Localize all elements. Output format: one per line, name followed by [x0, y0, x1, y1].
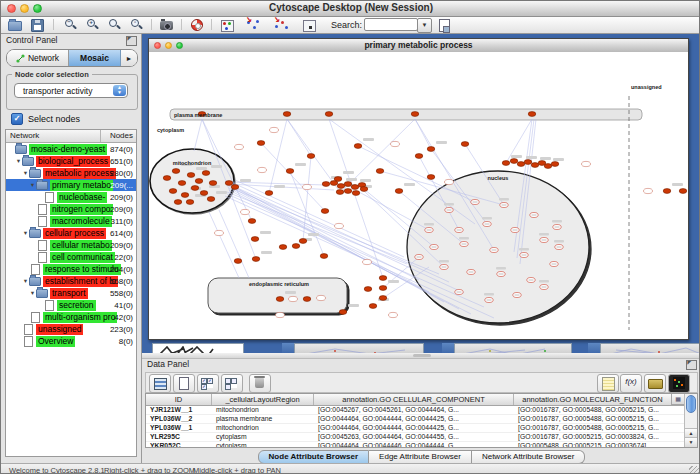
node[interactable]	[360, 187, 368, 192]
import-attributes-icon[interactable]	[644, 374, 666, 393]
node[interactable]	[663, 189, 671, 194]
node[interactable]	[337, 184, 345, 189]
tree-row[interactable]: ▼biological_process651(0)	[6, 155, 136, 167]
node[interactable]	[163, 176, 171, 181]
node[interactable]	[187, 173, 195, 178]
open-icon[interactable]	[7, 18, 23, 32]
select-attributes-icon[interactable]: ✓✓✓	[197, 374, 219, 393]
node[interactable]	[252, 257, 260, 262]
tree-item-label[interactable]: unassigned	[36, 324, 83, 335]
search-index-icon[interactable]	[437, 18, 453, 32]
node-label-oval[interactable]	[276, 312, 285, 317]
node[interactable]	[524, 160, 532, 165]
dropdown-stepper-icon[interactable]: ▲▼	[113, 85, 126, 96]
column-header[interactable]: ID	[146, 394, 212, 405]
node[interactable]	[172, 169, 180, 174]
tree-row[interactable]: ▼establishment of lo558(0)	[6, 275, 136, 287]
tree-item-label[interactable]: multi-organism pro	[43, 312, 117, 323]
zoom-in-icon[interactable]: +	[85, 18, 101, 32]
node[interactable]	[251, 237, 259, 242]
node-label-oval[interactable]	[363, 259, 372, 264]
tab-mosaic[interactable]: Mosaic	[69, 50, 121, 66]
table-row[interactable]: YPL036W__1mitochondrion[GO:0044464, GO:0…	[146, 424, 697, 433]
table-scrollbar[interactable]: ▲ ▼	[684, 394, 697, 447]
node-label-oval[interactable]	[391, 141, 400, 146]
node[interactable]	[336, 190, 344, 195]
node[interactable]	[364, 287, 372, 292]
node[interactable]	[283, 112, 291, 117]
node[interactable]	[321, 209, 329, 214]
first-neighbors-icon[interactable]: ↘	[245, 17, 261, 31]
attribute-table[interactable]: ID_cellularLayoutRegionannotation.GO CEL…	[145, 393, 698, 448]
tree-col-nodes[interactable]: Nodes	[101, 130, 136, 142]
table-row[interactable]: YLR295Ccytoplasm[GO:0045263, GO:0044464,…	[146, 433, 697, 442]
node[interactable]	[209, 181, 217, 186]
node[interactable]	[517, 162, 525, 167]
node[interactable]	[174, 200, 182, 205]
tree-row[interactable]: unassigned223(0)	[6, 323, 136, 335]
snapshot-icon[interactable]	[159, 18, 175, 32]
scrollbar-thumb[interactable]	[686, 395, 696, 413]
node[interactable]	[231, 185, 239, 190]
tree-row[interactable]: nitrogen compo209(0)	[6, 203, 136, 215]
node[interactable]	[339, 310, 347, 315]
node[interactable]	[344, 189, 352, 194]
tab-node-attribute-browser[interactable]: Node Attribute Browser	[258, 450, 370, 464]
node[interactable]	[427, 175, 435, 180]
tree-row[interactable]: mosaic-demo-yeast874(0)	[6, 143, 136, 155]
node[interactable]	[200, 191, 208, 196]
node-label-oval[interactable]	[289, 296, 298, 301]
tree-row[interactable]: ▼metabolic process280(0)	[6, 167, 136, 179]
background-window-titlebar[interactable]	[442, 343, 454, 353]
node-label-oval[interactable]	[241, 209, 250, 214]
attribute-table-header[interactable]: ID_cellularLayoutRegionannotation.GO CEL…	[146, 394, 697, 406]
delete-attribute-icon[interactable]	[249, 374, 271, 393]
node[interactable]	[181, 193, 189, 198]
column-chooser-icon[interactable]: ▦	[671, 394, 684, 405]
node[interactable]	[544, 164, 552, 169]
network-link-icon[interactable]: ↘	[273, 17, 289, 31]
tree-row[interactable]: response to stimulu264(0)	[6, 263, 136, 275]
tree-item-label[interactable]: secretion	[57, 300, 96, 311]
tree-item-label[interactable]: metabolic process	[43, 168, 116, 179]
tree-item-label[interactable]: establishment of lo	[43, 276, 118, 287]
tree-row[interactable]: cellular metabo209(0)	[6, 239, 136, 251]
zoom-out-icon[interactable]: −	[63, 18, 79, 32]
column-header[interactable]: _cellularLayoutRegion	[212, 394, 314, 405]
node[interactable]	[191, 186, 199, 191]
node[interactable]	[303, 297, 311, 302]
node[interactable]	[528, 112, 536, 117]
zoom-selected-icon[interactable]	[107, 18, 123, 32]
tree-col-network[interactable]: Network	[6, 130, 101, 142]
node-label-oval[interactable]	[270, 127, 279, 132]
node[interactable]	[248, 219, 256, 224]
node-label-oval[interactable]	[582, 161, 591, 166]
node-label-oval[interactable]	[317, 295, 326, 300]
zoom-fit-icon[interactable]: ▫	[129, 18, 145, 32]
background-window-fragment[interactable]	[600, 343, 700, 353]
node-label-oval[interactable]	[389, 312, 398, 317]
node[interactable]	[322, 182, 330, 187]
select-nodes-checkbox[interactable]: ✓	[11, 113, 23, 125]
expander-icon[interactable]: ▼	[22, 278, 29, 284]
help-icon[interactable]	[189, 18, 205, 32]
node[interactable]	[369, 304, 377, 309]
node[interactable]	[299, 239, 307, 244]
tree-item-label[interactable]: cell communicat	[50, 252, 115, 263]
app-titlebar[interactable]: Cytoscape Desktop (New Session)	[1, 1, 700, 17]
resize-grip[interactable]	[689, 466, 700, 474]
node[interactable]	[379, 286, 387, 291]
table-row[interactable]: YJR121W__1mitochondrion[GO:0045267, GO:0…	[146, 406, 697, 415]
node[interactable]	[178, 181, 186, 186]
node[interactable]	[257, 141, 265, 146]
node[interactable]	[225, 181, 233, 186]
tree-row[interactable]: macromolecule311(0)	[6, 215, 136, 227]
node-label-oval[interactable]	[303, 184, 312, 189]
node-label-oval[interactable]	[335, 223, 344, 228]
tree-item-label[interactable]: mosaic-demo-yeast	[29, 144, 107, 155]
node[interactable]	[195, 179, 203, 184]
node-label-oval[interactable]	[445, 179, 454, 184]
overview-window-fragment[interactable]	[152, 343, 244, 353]
node[interactable]	[207, 197, 215, 202]
node[interactable]	[202, 171, 210, 176]
